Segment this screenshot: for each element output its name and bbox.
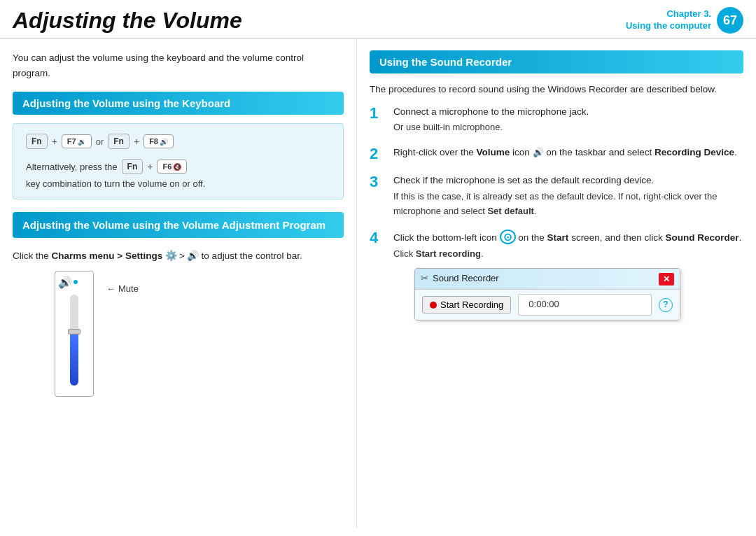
- sound-recorder-intro: The procedures to record sound using the…: [370, 82, 743, 97]
- chapter-text: Chapter 3. Using the computer: [626, 8, 711, 32]
- page-header: Adjusting the Volume Chapter 3. Using th…: [0, 0, 756, 39]
- record-dot: [430, 302, 437, 309]
- recorder-time: 0:00:00: [518, 294, 652, 316]
- step-4: 4 Click the bottom-left icon ⊙ on the St…: [370, 229, 743, 320]
- plus-2: +: [134, 136, 139, 147]
- right-column: Using the Sound Recorder The procedures …: [357, 39, 756, 528]
- step-4-content: Click the bottom-left icon ⊙ on the Star…: [393, 229, 741, 320]
- f6-key: F6 🔇: [157, 160, 187, 174]
- alt-text-2: key combination to turn the volume on or…: [26, 178, 205, 189]
- chevron-right-icon: >: [179, 248, 185, 264]
- recorder-close-button[interactable]: ✕: [659, 273, 674, 285]
- step-1-content: Connect a microphone to the microphone j…: [393, 104, 589, 135]
- recorder-titlebar-icon: ✂: [421, 271, 428, 286]
- recorder-help-button[interactable]: ?: [659, 298, 673, 312]
- plus-1: +: [52, 136, 57, 147]
- f7-icon: 🔉: [78, 138, 86, 146]
- chapter-info: Chapter 3. Using the computer 67: [626, 7, 743, 34]
- slider-dot: [74, 280, 78, 284]
- volume-section-title: Adjusting the Volume using the Volume Ad…: [13, 212, 344, 238]
- or-text: or: [96, 136, 104, 147]
- volume-body-text: Click the Charms menu > Settings ⚙️ > 🔊 …: [13, 248, 344, 264]
- mute-label: ← Mute: [106, 283, 139, 294]
- volume-icon-inline: 🔊: [533, 147, 544, 157]
- page-number-badge: 67: [717, 7, 743, 34]
- slider-thumb[interactable]: [68, 329, 80, 334]
- recorder-titlebar: ✂ Sound Recorder ✕: [415, 269, 680, 290]
- slider-icon-row: 🔊: [55, 276, 93, 289]
- step-4-sub: Click Start recording.: [393, 247, 741, 262]
- step-1-text: Connect a microphone to the microphone j…: [393, 106, 589, 117]
- recorder-window: ✂ Sound Recorder ✕ Start Recording 0:00:…: [414, 268, 680, 320]
- settings-icon: ⚙️: [165, 248, 177, 263]
- f6-icon: 🔇: [173, 163, 181, 171]
- page-title: Adjusting the Volume: [13, 8, 242, 34]
- volume-slider-box[interactable]: 🔊: [55, 271, 94, 397]
- slider-fill: [70, 331, 78, 386]
- step-1: 1 Connect a microphone to the microphone…: [370, 104, 743, 135]
- keyboard-box: Fn + F7 🔉 or Fn + F8 🔊 Alternatively, pr…: [13, 123, 344, 199]
- left-column: You can adjust the volume using the keyb…: [0, 39, 357, 528]
- recorder-start-button[interactable]: Start Recording: [422, 296, 511, 313]
- alt-text-1: Alternatively, press the: [26, 162, 118, 172]
- key-combo-row: Fn + F7 🔉 or Fn + F8 🔊: [26, 134, 330, 149]
- f8-icon: 🔊: [160, 138, 168, 146]
- fn-key-1: Fn: [26, 134, 48, 149]
- slider-track[interactable]: [70, 295, 78, 386]
- intro-text: You can adjust the volume using the keyb…: [13, 50, 344, 80]
- mute-text: Mute: [118, 283, 139, 294]
- page-content: You can adjust the volume using the keyb…: [0, 39, 756, 528]
- step-3-sub: If this is the case, it is already set a…: [393, 190, 743, 219]
- step-3-content: Check if the microphone is set as the de…: [393, 173, 743, 218]
- mute-arrow: ←: [106, 283, 115, 294]
- plus-3: +: [147, 161, 153, 172]
- step-2: 2 Right-click over the Volume icon 🔊 on …: [370, 145, 743, 163]
- volume-illustration: 🔊 ← Mute: [55, 271, 344, 397]
- step-1-number: 1: [370, 104, 385, 122]
- f7-key: F7 🔉: [62, 134, 92, 148]
- step-3: 3 Check if the microphone is set as the …: [370, 173, 743, 218]
- keyboard-section-title: Adjusting the Volume using the Keyboard: [13, 92, 344, 115]
- steps-list: 1 Connect a microphone to the microphone…: [370, 104, 743, 320]
- fn-key-2: Fn: [108, 134, 130, 149]
- sound-recorder-section-title: Using the Sound Recorder: [370, 50, 743, 73]
- recorder-body: Start Recording 0:00:00 ?: [415, 290, 680, 320]
- alt-row: Alternatively, press the Fn + F6 🔇 key c…: [26, 159, 330, 189]
- recorder-title-text: Sound Recorder: [433, 271, 659, 286]
- fn-key-3: Fn: [122, 159, 144, 174]
- volume-icon: 🔊: [187, 248, 199, 263]
- slider-volume-icon: 🔊: [58, 276, 72, 289]
- start-icon: ⊙: [500, 230, 516, 244]
- step-4-number: 4: [370, 229, 385, 247]
- step-2-content: Right-click over the Volume icon 🔊 on th…: [393, 145, 737, 160]
- step-1-sub: Or use built-in microphone.: [393, 120, 589, 135]
- recorder-start-label: Start Recording: [440, 299, 503, 310]
- f8-key: F8 🔊: [144, 134, 174, 148]
- step-2-number: 2: [370, 145, 385, 163]
- step-3-number: 3: [370, 173, 385, 191]
